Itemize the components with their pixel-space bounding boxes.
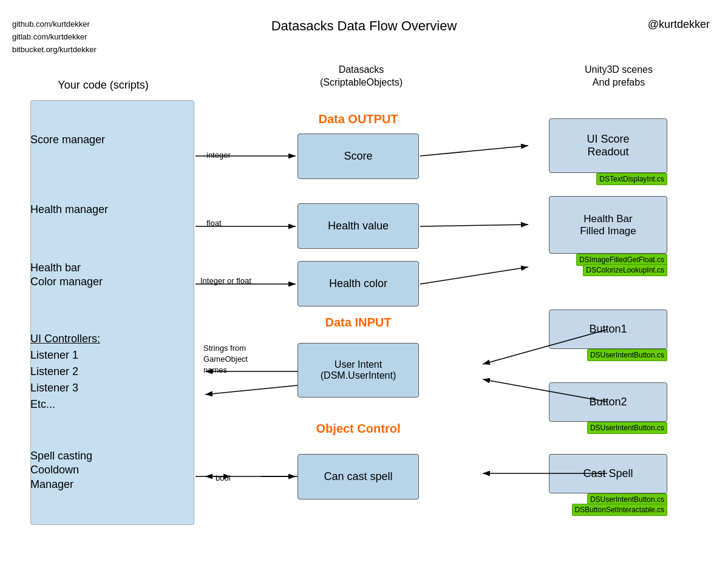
health-bar-color-label: Health bar Color manager: [30, 261, 103, 289]
health-bar-unity-box: Health Bar Filled Image: [549, 196, 667, 254]
health-value-datasack-box: Health value: [298, 203, 419, 249]
cast-spell-unity-box: Cast Spell: [549, 454, 667, 493]
spell-casting-label: Spell casting Cooldown Manager: [30, 449, 92, 492]
page-title: Datasacks Data Flow Overview: [0, 18, 728, 34]
svg-line-6: [205, 385, 298, 394]
ds-user-intent-b1-label: DSUserIntentButton.cs: [587, 349, 667, 361]
col-header-unity: Unity3D scenes And prefabs: [558, 64, 679, 89]
ui-controllers-title: UI Controllers:: [30, 333, 100, 345]
col-header-your-code: Your code (scripts): [30, 79, 176, 92]
ui-controllers-label: UI Controllers: Listener 1 Listener 2 Li…: [30, 331, 100, 413]
score-manager-label: Score manager: [30, 134, 105, 146]
float-label: float: [206, 218, 222, 228]
data-input-label: Data INPUT: [279, 316, 437, 330]
ds-colorize-label: DSColorizeLookupInt.cs: [583, 264, 667, 276]
svg-line-11: [420, 267, 528, 284]
health-manager-label: Health manager: [30, 203, 108, 216]
twitter-handle: @kurtdekker: [648, 18, 710, 31]
ds-button-set-label: DSButtonSetInteractable.cs: [572, 504, 667, 516]
button1-unity-box: Button1: [549, 310, 667, 349]
user-intent-datasack-box: User Intent (DSM.UserIntent): [298, 343, 419, 398]
health-color-datasack-box: Health color: [298, 261, 419, 306]
strings-from-label: Strings from GameObject names: [203, 343, 248, 376]
int-or-float-label: Integer or float: [200, 276, 251, 285]
ui-score-unity-box: UI Score Readout: [549, 118, 667, 173]
listeners-label: Listener 1 Listener 2 Listener 3 Etc...: [30, 349, 78, 410]
can-cast-datasack-box: Can cast spell: [298, 454, 419, 499]
ds-text-display-label: DSTextDisplayInt.cs: [596, 173, 667, 185]
object-control-label: Object Control: [279, 422, 437, 436]
integer-label: integer: [206, 151, 231, 160]
button2-unity-box: Button2: [549, 382, 667, 422]
svg-line-9: [420, 146, 528, 156]
score-datasack-box: Score: [298, 134, 419, 179]
svg-line-10: [420, 225, 528, 226]
data-output-label: Data OUTPUT: [279, 112, 437, 126]
bool-label: bool: [216, 473, 231, 482]
col-header-datasacks: Datasacks (ScriptableObjects): [291, 64, 431, 89]
ds-user-intent-b2-label: DSUserIntentButton.cs: [587, 422, 667, 434]
